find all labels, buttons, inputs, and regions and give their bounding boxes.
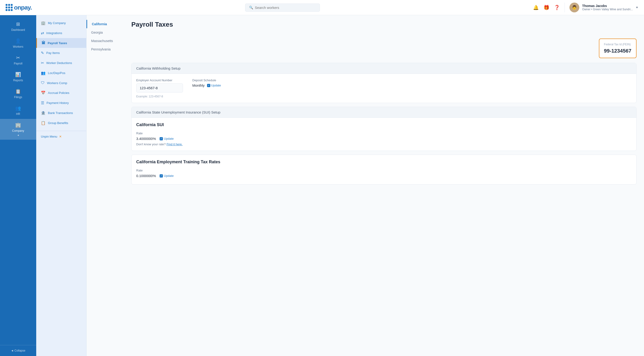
state-nav-california[interactable]: California [86,20,124,28]
california-ett-card: California Employment Training Tax Rates… [131,155,636,184]
sui-rate-value: 3.4000000% [136,137,156,140]
logo-icon [6,4,12,11]
employer-account-label: Employer Account Number [136,78,183,82]
sui-update-button[interactable]: Update [160,137,174,140]
sub-sidebar: 🏢 My Company ⇄ Integrations 🏛 Payroll Ta… [36,15,86,356]
sidebar-item-dashboard[interactable]: ⊞ Dashboard [0,18,36,35]
sidebar-bottom: ◄ Collapse [0,345,36,356]
sui-rate-label: Rate [136,132,142,135]
notification-icon[interactable]: 🔔 [533,5,539,10]
deposit-schedule-block: Deposit Schedule Monthly Update [192,78,221,87]
dont-know-text: Don't know your rate? Find it here. [136,142,632,146]
california-withholding-header: California Withholding Setup [132,63,636,74]
sidebar-label-dashboard: Dashboard [11,28,25,32]
page-title: Payroll Taxes [131,21,636,28]
sub-sidebar-item-integrations[interactable]: ⇄ Integrations [36,28,86,38]
california-sui-header: California State Unemployment Insurance … [132,107,636,118]
sidebar-item-company[interactable]: 🏢 Company ◄ [0,119,36,140]
california-sui-body: California SUI Rate 3.4000000% Update Do… [132,118,636,151]
sidebar-item-filings[interactable]: 📋 Filings [0,85,36,102]
sidebar-item-reports[interactable]: 📊 Reports [0,68,36,85]
sidebar-label-hr: HR [16,112,20,116]
sui-update-checkbox-icon [160,137,163,140]
bank-transactions-icon: 🏦 [41,111,46,115]
chevron-down-icon: ▼ [636,6,638,9]
user-role: Owner • Green Valley Wine and Sundri... [582,8,633,11]
top-header: onpay. 🔍 🔔 🎁 ❓ 👨 Thomas Jacobs Owner • G… [0,0,644,15]
sidebar-label-payroll: Payroll [14,62,22,65]
california-sui-subtitle: California SUI [136,122,632,127]
state-nav-georgia[interactable]: Georgia [86,28,124,37]
dashboard-icon: ⊞ [16,21,20,27]
search-icon: 🔍 [249,6,253,9]
sidebar-item-payroll[interactable]: ✂ Payroll [0,52,36,68]
sui-update-label: Update [164,137,174,140]
payroll-taxes-icon: 🏛 [42,41,45,45]
sub-sidebar-item-my-company[interactable]: 🏢 My Company [36,18,86,28]
user-name: Thomas Jacobs [582,4,633,8]
sidebar-label-company: Company [12,129,24,132]
withholding-field-group: Employer Account Number 123-4567-8 Examp… [136,78,632,98]
sub-sidebar-footer[interactable]: Unpin Menu ✕ [36,131,86,142]
sub-sidebar-label-loc-dep-pos: Loc/Dep/Pos [48,71,65,75]
sub-sidebar-item-pay-items[interactable]: ✎ Pay Items [36,48,86,58]
sub-sidebar-label-integrations: Integrations [46,31,62,35]
user-section[interactable]: 👨 Thomas Jacobs Owner • Green Valley Win… [564,2,638,12]
search-input[interactable] [255,6,316,10]
ett-update-button[interactable]: Update [160,174,174,178]
primary-sidebar: ⊞ Dashboard 👤 Workers ✂ Payroll 📊 Report… [0,15,36,356]
payroll-icon: ✂ [16,55,20,60]
avatar: 👨 [570,2,579,12]
california-ett-subtitle: California Employment Training Tax Rates [136,160,632,164]
sub-sidebar-item-worker-deductions[interactable]: ✂ Worker Deductions [36,58,86,68]
state-nav-massachusetts[interactable]: Massachusetts [86,37,124,45]
ett-update-label: Update [164,174,174,178]
unpin-label: Unpin Menu [41,135,57,138]
workers-comp-icon: 🛡 [41,81,45,85]
sub-sidebar-item-accrual-policies[interactable]: 📅 Accrual Policies [36,88,86,98]
header-icons: 🔔 🎁 ❓ [533,5,560,10]
collapse-button[interactable]: ◄ Collapse [11,349,26,352]
logo: onpay. [6,4,32,11]
help-icon[interactable]: ❓ [554,5,560,10]
sub-sidebar-label-pay-items: Pay Items [46,51,60,55]
ett-rate-label: Rate [136,169,142,172]
sub-sidebar-item-workers-comp[interactable]: 🛡 Workers Comp [36,78,86,88]
sui-rate-row: 3.4000000% Update [136,137,632,140]
sub-sidebar-item-payroll-taxes[interactable]: 🏛 Payroll Taxes [36,38,86,48]
employer-account-block: Employer Account Number 123-4567-8 Examp… [136,78,183,98]
sub-sidebar-label-bank-transactions: Bank Transactions [48,111,73,115]
find-rate-link[interactable]: Find it here. [166,142,183,146]
sub-sidebar-item-bank-transactions[interactable]: 🏦 Bank Transactions [36,108,86,118]
employer-account-input[interactable]: 123-4567-8 [136,84,183,92]
loc-dep-pos-icon: 👥 [41,71,46,75]
sidebar-item-workers[interactable]: 👤 Workers [0,35,36,52]
reports-icon: 📊 [15,72,21,77]
california-withholding-card: California Withholding Setup Employer Ac… [131,63,636,103]
ett-rate-value: 0.1000000% [136,174,156,178]
unpin-icon: ✕ [59,135,62,138]
deposit-schedule-update-button[interactable]: Update [207,84,221,87]
sub-sidebar-item-group-benefits[interactable]: 📋 Group Benefits [36,118,86,128]
deposit-schedule-label: Deposit Schedule [192,78,221,82]
sub-sidebar-item-loc-dep-pos[interactable]: 👥 Loc/Dep/Pos [36,68,86,78]
ett-rate-row: 0.1000000% Update [136,174,632,178]
sub-sidebar-label-accrual-policies: Accrual Policies [48,91,70,94]
employer-account-hint: Example: 123-4567-8 [136,95,183,98]
payment-history-icon: ☰ [41,101,44,105]
sidebar-item-hr[interactable]: 👥 HR [0,102,36,119]
gift-icon[interactable]: 🎁 [544,5,549,10]
sub-sidebar-label-my-company: My Company [48,21,66,25]
search-bar[interactable]: 🔍 [245,4,320,12]
group-benefits-icon: 📋 [41,121,46,125]
my-company-icon: 🏢 [41,21,46,25]
pay-items-icon: ✎ [41,51,44,55]
sub-sidebar-item-payment-history[interactable]: ☰ Payment History [36,98,86,108]
sub-sidebar-label-workers-comp: Workers Comp [47,81,67,85]
state-nav: California Georgia Massachusetts Pennsyl… [86,15,124,356]
sub-sidebar-label-group-benefits: Group Benefits [48,121,68,125]
california-withholding-body: Employer Account Number 123-4567-8 Examp… [132,74,636,103]
sidebar-label-filings: Filings [14,96,22,99]
sub-sidebar-label-worker-deductions: Worker Deductions [46,61,72,65]
state-nav-pennsylvania[interactable]: Pennsylvania [86,45,124,54]
